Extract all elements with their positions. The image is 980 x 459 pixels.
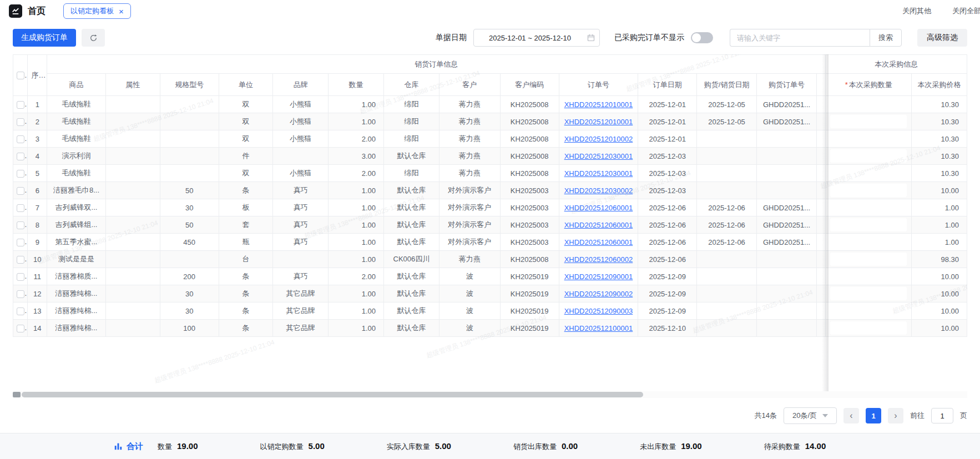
order-no-link[interactable]: XHDD202512010001 — [564, 100, 633, 109]
row-checkbox[interactable] — [17, 307, 24, 315]
tab-close-icon[interactable]: × — [119, 7, 124, 16]
cell-clipped-stub — [817, 113, 826, 130]
select-all-checkbox[interactable] — [13, 55, 28, 96]
refresh-button[interactable] — [82, 29, 105, 47]
cell-purchase_order_no — [757, 182, 817, 199]
cell-purchase_sales_date — [697, 182, 757, 199]
purchase-qty-input[interactable] — [830, 235, 907, 249]
next-page-button[interactable]: › — [888, 408, 903, 423]
prev-page-button[interactable]: ‹ — [843, 408, 859, 423]
order-no-link[interactable]: XHDD202512090002 — [564, 290, 633, 298]
advanced-filter-button[interactable]: 高级筛选 — [917, 29, 967, 47]
cell-product: 测试是是是 — [47, 251, 106, 268]
row-checkbox[interactable] — [17, 325, 24, 332]
purchase-qty-input[interactable] — [830, 287, 907, 300]
cell-spec — [160, 113, 219, 130]
cell-purchase_sales_date: 2025-12-05 — [697, 113, 757, 130]
row-checkbox[interactable] — [17, 153, 24, 160]
purchase-qty-input[interactable] — [830, 218, 907, 231]
purchase-qty-input[interactable] — [830, 321, 907, 335]
row-checkbox[interactable] — [17, 204, 24, 212]
cell-product: 毛绒拖鞋 — [47, 130, 106, 148]
row-checkbox[interactable] — [17, 290, 24, 298]
scrollbar-left-arrow[interactable] — [13, 392, 21, 397]
order-no-link[interactable]: XHDD202512060002 — [564, 255, 633, 264]
purchase-qty-input[interactable] — [830, 184, 907, 197]
cell-clipped-stub — [817, 148, 826, 165]
order-no-link[interactable]: XHDD202512030001 — [564, 152, 633, 160]
order-no-link[interactable]: XHDD202512060001 — [564, 238, 633, 246]
summary-item-label: 销货出库数量 — [513, 442, 557, 452]
cell-clipped-stub — [817, 130, 826, 148]
col-qty: 数量 — [329, 74, 384, 96]
row-checkbox[interactable] — [17, 118, 24, 126]
cell-purchase-qty — [826, 182, 912, 199]
cell-unit: 瓶 — [219, 234, 273, 251]
goto-page-input[interactable] — [931, 408, 953, 423]
order-no-link[interactable]: XHDD202512010001 — [564, 118, 633, 126]
order-no-link[interactable]: XHDD202512030001 — [564, 169, 633, 178]
cell-product: 毛绒拖鞋 — [47, 165, 106, 182]
keyword-search-input[interactable] — [730, 29, 870, 47]
close-all-button[interactable]: 关闭全部 — [952, 6, 980, 16]
purchase-qty-input[interactable] — [830, 253, 907, 266]
cell-customer_code: KH2025008 — [500, 130, 559, 148]
row-checkbox-cell — [13, 96, 28, 113]
refresh-icon — [89, 34, 98, 42]
purchase-qty-input[interactable] — [830, 98, 907, 111]
cell-qty: 1.00 — [329, 216, 384, 234]
purchase-qty-input[interactable] — [830, 201, 907, 214]
purchase-qty-input[interactable] — [830, 115, 907, 128]
cell-customer: 波 — [439, 302, 500, 320]
row-checkbox[interactable] — [17, 101, 24, 109]
cell-purchase_sales_date — [697, 302, 757, 320]
summary-item-value: 14.00 — [805, 441, 826, 451]
cell-product: 吉列威锋组... — [47, 216, 106, 234]
row-checkbox[interactable] — [17, 221, 24, 229]
cell-purchase-qty — [826, 234, 912, 251]
order-no-link[interactable]: XHDD202512060001 — [564, 221, 633, 229]
cell-qty: 1.00 — [329, 182, 384, 199]
table-row: 12洁丽雅纯棉...30条其它品牌1.00默认仓库波KH2025019XHDD2… — [13, 285, 967, 302]
row-checkbox[interactable] — [17, 256, 24, 264]
row-checkbox[interactable] — [17, 239, 24, 246]
search-button[interactable]: 搜索 — [870, 29, 902, 47]
checkbox-icon — [17, 72, 24, 79]
tab-home[interactable]: 首页 — [28, 6, 46, 17]
generate-purchase-order-button[interactable]: 生成购货订单 — [13, 29, 76, 47]
tab-board-active[interactable]: 以销定购看板 × — [63, 3, 131, 19]
current-page-button[interactable]: 1 — [866, 408, 881, 423]
purchase-qty-input[interactable] — [830, 132, 907, 145]
cell-brand: 其它品牌 — [273, 320, 329, 337]
order-no-link[interactable]: XHDD202512100001 — [564, 324, 633, 332]
date-range-input[interactable]: 2025-12-01 ~ 2025-12-10 — [473, 29, 600, 47]
purchase-qty-input[interactable] — [830, 304, 907, 317]
cell-product: 吉列威锋双... — [47, 199, 106, 216]
cell-brand — [273, 148, 329, 165]
cell-unit: 条 — [219, 182, 273, 199]
hide-purchased-toggle[interactable] — [691, 32, 713, 43]
purchase-qty-input[interactable] — [830, 149, 907, 163]
order-no-link[interactable]: XHDD202512090001 — [564, 273, 633, 281]
order-no-link[interactable]: XHDD202512030002 — [564, 186, 633, 195]
cell-purchase-price: 10.30 — [912, 96, 967, 113]
cell-purchase_sales_date — [697, 148, 757, 165]
row-checkbox-cell — [13, 268, 28, 285]
horizontal-scrollbar-thumb[interactable] — [22, 392, 643, 397]
row-checkbox[interactable] — [17, 170, 24, 178]
cell-qty: 1.00 — [329, 320, 384, 337]
page-size-select[interactable]: 20条/页 — [784, 407, 837, 424]
cell-order_no: XHDD202512010002 — [559, 130, 638, 148]
close-others-button[interactable]: 关闭其他 — [902, 6, 931, 16]
row-checkbox[interactable] — [17, 135, 24, 143]
cell-qty: 1.00 — [329, 113, 384, 130]
order-no-link[interactable]: XHDD202512010002 — [564, 135, 633, 143]
order-no-link[interactable]: XHDD202512060001 — [564, 204, 633, 212]
cell-customer: 波 — [439, 285, 500, 302]
row-checkbox[interactable] — [17, 273, 24, 281]
row-checkbox[interactable] — [17, 187, 24, 195]
order-no-link[interactable]: XHDD202512090003 — [564, 307, 633, 315]
purchase-qty-input[interactable] — [830, 270, 907, 283]
summary-item: 数量19.00 — [158, 441, 198, 452]
purchase-qty-input[interactable] — [830, 167, 907, 180]
